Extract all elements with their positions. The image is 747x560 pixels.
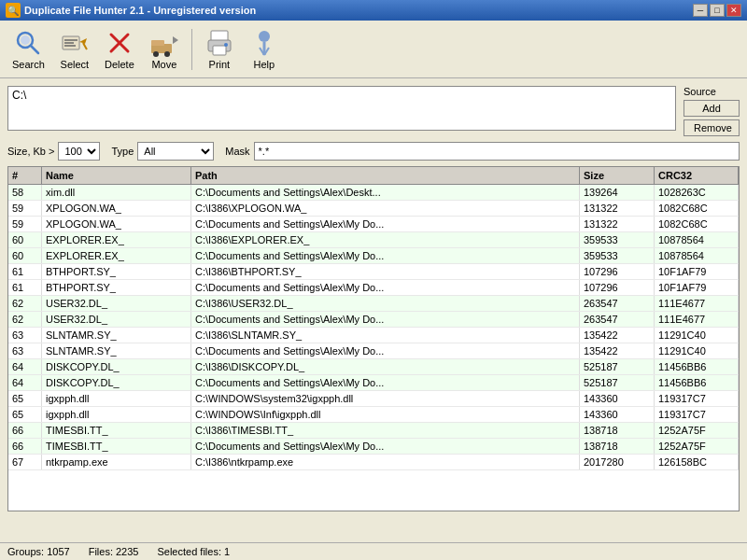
table-row[interactable]: 59 XPLOGON.WA_ C:\Documents and Settings… [8,217,739,232]
print-toolbar-button[interactable]: Print [198,24,241,74]
mask-input[interactable] [254,142,740,161]
remove-button[interactable]: Remove [684,119,740,136]
select-toolbar-button[interactable]: Select [53,24,96,74]
type-select[interactable]: All Images Music Video Documents [137,142,214,161]
cell-name: EXPLORER.EX_ [42,232,191,247]
cell-crc: 1028263C [655,185,739,200]
svg-marker-15 [173,36,178,44]
print-icon [204,28,234,58]
cell-name: igxpph.dll [42,391,191,406]
cell-crc: 10878564 [655,248,739,263]
cell-num: 62 [8,312,42,327]
svg-rect-12 [151,40,164,46]
table-row[interactable]: 65 igxpph.dll C:\WINDOWS\system32\igxpph… [8,391,739,407]
filter-row: Size, Kb > 100 Type All Images Music Vid… [7,142,740,161]
table-row[interactable]: 63 SLNTAMR.SY_ C:\I386\SLNTAMR.SY_ 13542… [8,328,739,343]
svg-point-14 [164,51,170,57]
cell-crc: 10878564 [655,232,739,247]
col-header-num[interactable]: # [8,167,42,184]
cell-size: 359533 [580,248,655,263]
help-toolbar-button[interactable]: Help [243,24,286,74]
table-row[interactable]: 58 xim.dll C:\Documents and Settings\Ale… [8,185,739,201]
cell-name: DISKCOPY.DL_ [42,375,191,390]
title-bar-left: 🔍 Duplicate File Hunter 2.1 - Unregister… [6,3,256,18]
col-header-name[interactable]: Name [42,167,191,184]
cell-size: 263547 [580,312,655,327]
cell-size: 135422 [580,343,655,358]
move-label: Move [151,59,176,70]
cell-path: C:\Documents and Settings\Alex\My Do... [191,280,580,295]
type-filter-group: Type All Images Music Video Documents [111,142,214,161]
table-body[interactable]: 58 xim.dll C:\Documents and Settings\Ale… [8,185,739,511]
table-row[interactable]: 61 BTHPORT.SY_ C:\Documents and Settings… [8,280,739,296]
svg-rect-18 [213,46,226,55]
table-header: # Name Path Size CRC32 [8,167,739,185]
move-icon [149,28,179,58]
delete-label: Delete [105,59,134,70]
table-row[interactable]: 66 TIMESBI.TT_ C:\Documents and Settings… [8,439,739,455]
add-button[interactable]: Add [684,100,740,117]
table-row[interactable]: 64 DISKCOPY.DL_ C:\I386\DISKCOPY.DL_ 525… [8,359,739,375]
help-icon [249,28,279,58]
search-toolbar-button[interactable]: Search [6,24,51,74]
cell-num: 65 [8,391,42,406]
table-row[interactable]: 66 TIMESBI.TT_ C:\I386\TIMESBI.TT_ 13871… [8,423,739,439]
toolbar: Search Select Delete [0,21,747,78]
table-row[interactable]: 60 EXPLORER.EX_ C:\I386\EXPLORER.EX_ 359… [8,232,739,248]
table-row[interactable]: 59 XPLOGON.WA_ C:\I386\XPLOGON.WA_ 13132… [8,201,739,217]
cell-path: C:\I386\SLNTAMR.SY_ [191,328,580,343]
file-table: # Name Path Size CRC32 58 xim.dll C:\Doc… [7,166,740,511]
cell-size: 131322 [580,201,655,216]
cell-name: USER32.DL_ [42,296,191,311]
table-row[interactable]: 60 EXPLORER.EX_ C:\Documents and Setting… [8,248,739,264]
cell-size: 138718 [580,423,655,438]
table-row[interactable]: 67 ntkrpamp.exe C:\I386\ntkrpamp.exe 201… [8,455,739,470]
path-input-wrap [7,86,676,131]
close-button[interactable]: ✕ [726,4,741,17]
cell-crc: 11456BB6 [655,359,739,374]
table-row[interactable]: 63 SLNTAMR.SY_ C:\Documents and Settings… [8,343,739,359]
col-header-crc[interactable]: CRC32 [655,167,739,184]
cell-num: 65 [8,407,42,422]
title-bar-controls: ─ □ ✕ [693,4,741,17]
cell-size: 135422 [580,328,655,343]
cell-crc: 111E4677 [655,296,739,311]
cell-size: 143360 [580,407,655,422]
cell-size: 263547 [580,296,655,311]
minimize-button[interactable]: ─ [693,4,708,17]
size-filter-group: Size, Kb > 100 [7,142,100,161]
cell-num: 61 [8,264,42,279]
col-header-size[interactable]: Size [580,167,655,184]
cell-crc: 10F1AF79 [655,280,739,295]
main-content: Source Add Remove Size, Kb > 100 Type Al… [0,78,747,519]
select-icon [60,28,90,58]
search-icon [13,28,43,58]
cell-name: igxpph.dll [42,407,191,422]
cell-num: 60 [8,232,42,247]
table-row[interactable]: 65 igxpph.dll C:\WINDOWS\Inf\igxpph.dll … [8,407,739,423]
maximize-button[interactable]: □ [710,4,725,17]
selected-count: Selected files: 1 [157,546,230,557]
move-toolbar-button[interactable]: Move [143,24,186,74]
cell-path: C:\WINDOWS\Inf\igxpph.dll [191,407,580,422]
cell-crc: 11291C40 [655,343,739,358]
cell-path: C:\Documents and Settings\Alex\My Do... [191,439,580,454]
table-row[interactable]: 61 BTHPORT.SY_ C:\I386\BTHPORT.SY_ 10729… [8,264,739,280]
print-label: Print [209,59,231,70]
table-row[interactable]: 62 USER32.DL_ C:\Documents and Settings\… [8,312,739,328]
delete-icon [105,28,134,58]
delete-toolbar-button[interactable]: Delete [98,24,141,74]
cell-crc: 119317C7 [655,407,739,422]
cell-num: 66 [8,423,42,438]
path-input[interactable] [12,89,671,102]
cell-num: 66 [8,439,42,454]
cell-num: 59 [8,201,42,216]
table-row[interactable]: 64 DISKCOPY.DL_ C:\Documents and Setting… [8,375,739,391]
col-header-path[interactable]: Path [191,167,580,184]
mask-label: Mask [225,146,249,157]
size-select[interactable]: 100 [58,142,100,161]
window-title: Duplicate File Hunter 2.1 - Unregistered… [24,5,256,16]
table-row[interactable]: 62 USER32.DL_ C:\I386\USER32.DL_ 263547 … [8,296,739,312]
svg-point-2 [21,35,30,45]
files-count: Files: 2235 [89,546,139,557]
